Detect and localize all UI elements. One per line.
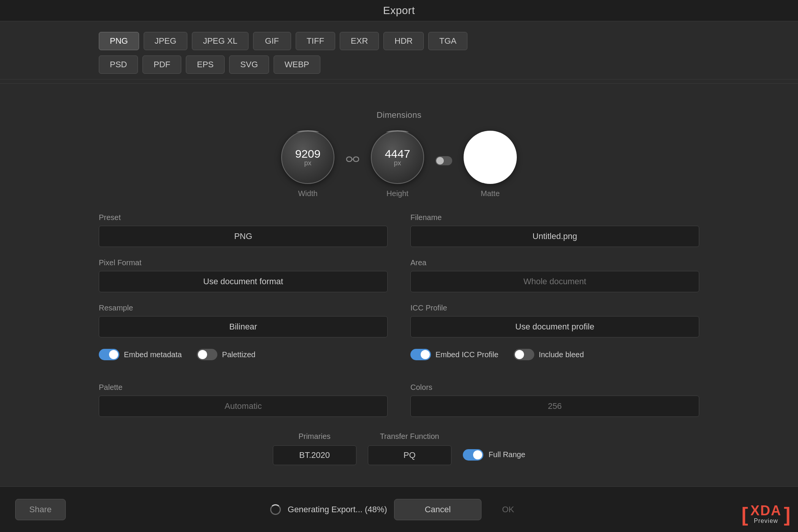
palettized-knob [198, 350, 207, 359]
format-tab-tga[interactable]: TGA [428, 32, 467, 50]
format-tab-eps[interactable]: EPS [186, 55, 225, 74]
transfer-btn[interactable]: PQ [368, 445, 451, 465]
preset-label: Preset [99, 213, 388, 222]
embed-icc-toggle[interactable] [410, 349, 431, 360]
include-bleed-row: Include bleed [514, 349, 584, 360]
bottom-left: Share [0, 499, 207, 520]
svg-rect-1 [353, 157, 359, 162]
full-range-toggle[interactable] [463, 449, 483, 461]
width-value: 9209 [295, 148, 321, 160]
icc-profile-input[interactable] [410, 316, 699, 337]
format-tab-webp[interactable]: WEBP [274, 55, 320, 74]
xda-logo: [ XDA Preview ] [741, 504, 790, 524]
width-unit: px [304, 160, 311, 166]
preset-input[interactable] [99, 226, 388, 247]
dialog-title: Export [383, 5, 415, 17]
palettized-row: Palettized [197, 349, 255, 360]
palette-input[interactable] [99, 396, 388, 417]
ok-button[interactable]: OK [488, 499, 528, 520]
icc-profile-label: ICC Profile [410, 304, 699, 312]
width-label: Width [298, 189, 317, 198]
include-bleed-label: Include bleed [539, 350, 584, 359]
dimension-toggle[interactable] [435, 156, 452, 165]
format-tab-jpeg-xl[interactable]: JPEG XL [192, 32, 248, 50]
icc-profile-group: ICC Profile [410, 304, 699, 337]
format-tabs-row2: PSD PDF EPS SVG WEBP [99, 55, 699, 74]
left-toggles-row: Embed metadata Palettized [99, 349, 388, 372]
matte-item: Matte [464, 131, 517, 198]
bottom-bar: Share Generating Export... (48%) Cancel … [0, 486, 798, 532]
format-tab-png[interactable]: PNG [99, 32, 139, 50]
area-input[interactable] [410, 271, 699, 292]
format-tabs-container: PNG JPEG JPEG XL GIF TIFF EXR HDR TGA PS… [0, 21, 798, 79]
width-arc [296, 130, 319, 133]
embed-metadata-label: Embed metadata [124, 350, 182, 359]
height-circle[interactable]: 4447 px [371, 131, 424, 184]
svg-rect-0 [347, 157, 352, 162]
format-tab-pdf[interactable]: PDF [142, 55, 181, 74]
height-unit: px [394, 160, 401, 166]
format-tab-hdr[interactable]: HDR [383, 32, 424, 50]
height-value: 4447 [385, 148, 410, 160]
embed-icc-knob [421, 350, 430, 359]
colors-input[interactable] [410, 396, 699, 417]
width-circle[interactable]: 9209 px [281, 131, 334, 184]
format-tab-gif[interactable]: GIF [253, 32, 291, 50]
resample-label: Resample [99, 304, 388, 312]
pixel-format-input[interactable] [99, 271, 388, 292]
pixel-format-label: Pixel Format [99, 258, 388, 267]
primaries-group: Primaries BT.2020 [273, 432, 356, 465]
cancel-button[interactable]: Cancel [394, 499, 481, 520]
format-tab-tiff[interactable]: TIFF [296, 32, 335, 50]
main-content: Dimensions 9209 px Width [0, 95, 798, 480]
area-group: Area [410, 258, 699, 292]
form-grid: Preset Filename Pixel Format Area Resamp… [99, 213, 699, 428]
include-bleed-toggle[interactable] [514, 349, 534, 360]
resample-input[interactable] [99, 316, 388, 337]
format-tab-svg[interactable]: SVG [229, 55, 269, 74]
area-label: Area [410, 258, 699, 267]
format-tab-exr[interactable]: EXR [340, 32, 379, 50]
left-toggles: Embed metadata Palettized [99, 349, 388, 372]
transfer-group: Transfer Function PQ [368, 432, 451, 465]
palette-label: Palette [99, 383, 388, 392]
dimension-toggle-knob [436, 157, 444, 165]
palettized-toggle[interactable] [197, 349, 217, 360]
full-range-label: Full Range [489, 450, 526, 459]
link-icon[interactable] [346, 154, 359, 167]
primaries-row: Primaries BT.2020 Transfer Function PQ F… [99, 432, 699, 465]
primaries-label: Primaries [298, 432, 330, 441]
xda-bracket-left-icon: [ [741, 505, 748, 524]
right-toggles-row: Embed ICC Profile Include bleed [410, 349, 699, 372]
embed-metadata-row: Embed metadata [99, 349, 182, 360]
xda-bracket-right-icon: ] [784, 505, 790, 524]
embed-metadata-toggle[interactable] [99, 349, 119, 360]
format-tabs-row1: PNG JPEG JPEG XL GIF TIFF EXR HDR TGA [99, 32, 699, 50]
title-bar: Export [0, 0, 798, 21]
dimensions-row: 9209 px Width 4447 px [99, 131, 699, 198]
pixel-format-group: Pixel Format [99, 258, 388, 292]
primaries-btn[interactable]: BT.2020 [273, 445, 356, 465]
height-arc [386, 130, 409, 133]
filename-input[interactable] [410, 226, 699, 247]
bottom-center: Generating Export... (48%) Cancel OK [207, 499, 591, 520]
resample-group: Resample [99, 304, 388, 337]
xda-preview-text: Preview [754, 518, 778, 524]
matte-label: Matte [481, 189, 500, 198]
dimensions-section: Dimensions 9209 px Width [99, 110, 699, 198]
palette-group: Palette [99, 383, 388, 417]
matte-circle[interactable] [464, 131, 517, 184]
share-button[interactable]: Share [15, 499, 66, 520]
format-tab-psd[interactable]: PSD [99, 55, 138, 74]
embed-icc-row: Embed ICC Profile [410, 349, 499, 360]
format-tab-jpeg[interactable]: JPEG [144, 32, 187, 50]
transfer-label: Transfer Function [380, 432, 439, 441]
include-bleed-knob [515, 350, 524, 359]
preset-group: Preset [99, 213, 388, 247]
embed-metadata-knob [109, 350, 118, 359]
spinner-icon [270, 504, 281, 515]
colors-group: Colors [410, 383, 699, 417]
xda-text-container: XDA Preview [750, 504, 782, 524]
filename-label: Filename [410, 213, 699, 222]
height-item: 4447 px Height [371, 131, 424, 198]
